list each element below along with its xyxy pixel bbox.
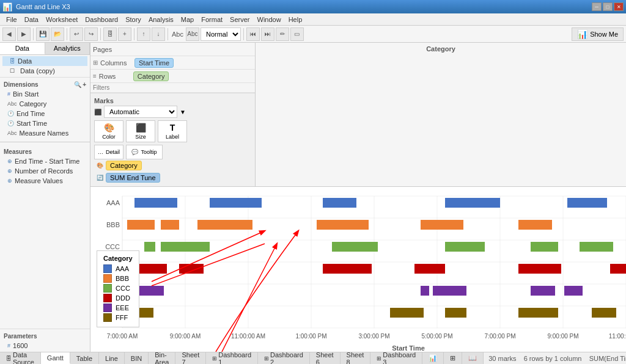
tab-gantt[interactable]: Gantt xyxy=(41,352,70,364)
bar-eee-5 xyxy=(564,286,583,296)
bar-eee-2 xyxy=(421,286,429,296)
tab-datasource[interactable]: 🗄 Data Source xyxy=(0,352,41,364)
search-icon[interactable]: 🔍 xyxy=(74,81,81,88)
param-1600[interactable]: # 1600 xyxy=(0,341,90,351)
minimize-button[interactable]: ─ xyxy=(592,2,602,11)
tab-bin[interactable]: BIN xyxy=(125,352,149,364)
tooltip-button[interactable]: ✏ xyxy=(276,27,289,41)
first-button[interactable]: ⏮ xyxy=(246,27,260,41)
menu-format[interactable]: Format xyxy=(197,15,226,24)
tab-sheet8[interactable]: Sheet 8 xyxy=(341,352,371,364)
legend-label-ccc: CCC xyxy=(116,285,130,292)
sort-desc-button[interactable]: ↓ xyxy=(152,27,165,41)
marks-type-dropdown[interactable]: Automatic xyxy=(104,106,177,118)
show-me-button[interactable]: 📊 Show Me xyxy=(572,27,624,41)
bar-bbb-5 xyxy=(421,220,463,230)
x-label-6: 7:00:00 PM xyxy=(484,333,515,340)
save-button[interactable]: 💾 xyxy=(36,27,50,41)
meas-num-records[interactable]: ⊕ Number of Records xyxy=(0,166,90,176)
view-dropdown[interactable]: Normal xyxy=(201,27,241,41)
meas-values[interactable]: ⊕ Measure Values xyxy=(0,176,90,186)
datasources-section: 🗄 Data ☐ Data (copy) xyxy=(0,55,90,78)
detail-button[interactable]: … Detail xyxy=(94,145,123,159)
tab-sheet7[interactable]: Sheet 7 xyxy=(175,352,206,364)
new-datasource-button[interactable]: 🗄 xyxy=(103,27,117,41)
status-info: 30 marks 6 rows by 1 column SUM(End Time… xyxy=(484,355,626,362)
bar-fff-2 xyxy=(390,308,424,318)
pages-shelf: Pages xyxy=(90,43,255,56)
dim-start-time[interactable]: 🕐 Start Time xyxy=(0,118,90,128)
redo-button[interactable]: ↪ xyxy=(84,27,98,41)
tooltip-button[interactable]: 💬 Tooltip xyxy=(126,145,163,159)
bar-ddd-6 xyxy=(610,264,626,274)
new-sheet-button[interactable]: 📊 xyxy=(422,352,444,364)
marks-category-pill[interactable]: Category xyxy=(106,161,142,170)
color-button[interactable]: 🎨 Color xyxy=(94,120,123,142)
present-button[interactable]: ▭ xyxy=(290,27,304,41)
undo-button[interactable]: ↩ xyxy=(70,27,83,41)
columns-pill-starttime[interactable]: Start Time xyxy=(134,58,174,68)
dimensions-section: Dimensions 🔍 + # Bin Start Abc Category … xyxy=(0,78,90,139)
add-dim-icon[interactable]: + xyxy=(83,81,86,88)
dim-end-time[interactable]: 🕐 End Time xyxy=(0,109,90,118)
tab-bin-area[interactable]: Bin-Area xyxy=(149,352,175,364)
new-story-button[interactable]: 📖 xyxy=(462,352,484,364)
menu-help[interactable]: Help xyxy=(285,15,306,24)
dash3-icon: ⊞ xyxy=(377,355,381,362)
dim-category[interactable]: Abc Category xyxy=(0,99,90,109)
back-button[interactable]: ◀ xyxy=(2,27,16,41)
legend-swatch-eee xyxy=(103,304,112,312)
menu-map[interactable]: Map xyxy=(177,15,197,24)
viz-content: AAA BBB CCC DDD EEE FFF xyxy=(90,187,626,352)
menu-window[interactable]: Window xyxy=(254,15,285,24)
measurenames-icon: Abc xyxy=(7,130,17,136)
legend-label-eee: EEE xyxy=(116,304,129,311)
dim-measure-names[interactable]: Abc Measure Names xyxy=(0,128,90,138)
tab-line[interactable]: Line xyxy=(99,352,125,364)
marks-category-icon: 🎨 xyxy=(97,162,103,169)
open-button[interactable]: 📂 xyxy=(51,27,64,41)
menu-file[interactable]: File xyxy=(2,15,21,24)
bar-ccc-2 xyxy=(161,242,210,252)
menu-analysis[interactable]: Analysis xyxy=(145,15,177,24)
color-label: Color xyxy=(102,134,116,140)
last-button[interactable]: ⏭ xyxy=(261,27,274,41)
new-dashboard-button[interactable]: ⊞ xyxy=(444,352,462,364)
menu-worksheet[interactable]: Worksheet xyxy=(42,15,81,24)
checkbox-icon: ☐ xyxy=(10,68,18,74)
meas-end-start[interactable]: ⊕ End Time - Start Time xyxy=(0,156,90,166)
columns-icon: ⊞ xyxy=(93,59,98,66)
tab-data[interactable]: Data xyxy=(0,43,45,54)
maximize-button[interactable]: □ xyxy=(603,2,613,11)
toolbar-sep-4 xyxy=(134,28,134,40)
close-button[interactable]: ✕ xyxy=(614,2,624,11)
tab-dashboard2[interactable]: ⊞Dashboard 2 xyxy=(258,352,310,364)
labels-button[interactable]: Abc xyxy=(186,27,199,41)
sort-asc-button[interactable]: ↑ xyxy=(137,27,150,41)
main-layout: Data Analytics 🗄 Data ☐ Data (copy) Dime… xyxy=(0,43,626,352)
marks-sum-pill[interactable]: SUM End Tune xyxy=(106,173,160,183)
menu-server[interactable]: Server xyxy=(226,15,253,24)
add-sheet-button[interactable]: + xyxy=(118,27,131,41)
tab-table[interactable]: Table xyxy=(70,352,99,364)
meas-icon-3: ⊕ xyxy=(7,178,12,184)
bar-ccc-6 xyxy=(580,242,613,252)
tab-analytics[interactable]: Analytics xyxy=(45,43,90,54)
menu-data[interactable]: Data xyxy=(21,15,42,24)
rows-pill-category[interactable]: Category xyxy=(133,71,169,81)
datasource-data[interactable]: 🗄 Data xyxy=(2,56,87,66)
menu-story[interactable]: Story xyxy=(122,15,145,24)
dim-bin-start[interactable]: # Bin Start xyxy=(0,89,90,99)
size-button[interactable]: ⬛ Size xyxy=(126,120,155,142)
bar-ccc-1 xyxy=(144,242,155,252)
status-marks: 30 marks xyxy=(488,355,516,362)
forward-button[interactable]: ▶ xyxy=(17,27,31,41)
legend-label-bbb: BBB xyxy=(116,275,129,282)
datasource-data-copy[interactable]: ☐ Data (copy) xyxy=(2,66,87,76)
x-label-5: 5:00:00 PM xyxy=(421,333,452,340)
menu-dashboard[interactable]: Dashboard xyxy=(81,15,122,24)
tab-sheet6[interactable]: Sheet 6 xyxy=(310,352,341,364)
tab-dashboard3[interactable]: ⊞ Dashboard 3 xyxy=(370,352,422,364)
tab-dashboard1[interactable]: ⊞Dashboard 1 xyxy=(206,352,258,364)
label-button[interactable]: T Label xyxy=(158,120,187,142)
